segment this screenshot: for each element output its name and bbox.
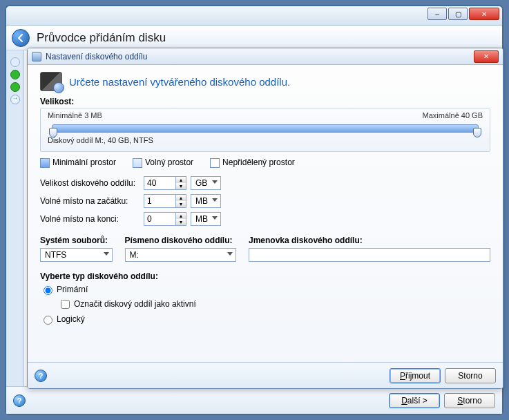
free-after-unit-select[interactable]: MB (191, 212, 221, 226)
cancel-button[interactable]: Storno (444, 393, 495, 408)
step-placeholder-icon (10, 57, 20, 67)
back-button[interactable] (12, 29, 30, 47)
dialog-titlebar: Nastavení diskového oddílu ✕ (28, 48, 503, 65)
chevron-down-icon (227, 252, 233, 256)
spin-up-icon[interactable]: ▲ (176, 213, 186, 219)
radio-logical-label: Logický (57, 314, 85, 324)
dialog-footer: ? Přijmout Storno (28, 362, 503, 388)
step-current-icon (10, 95, 20, 104)
fs-select[interactable]: NTFS (40, 248, 113, 262)
legend-free-space: Volný prostor (133, 158, 193, 168)
outer-title: Průvodce přidáním disku (37, 31, 166, 45)
radio-primary-label: Primární (57, 285, 88, 294)
part-size-spinner[interactable]: ▲▼ (144, 176, 186, 190)
part-size-unit-select[interactable]: GB (191, 176, 221, 190)
spin-up-icon[interactable]: ▲ (176, 177, 186, 183)
help-icon[interactable]: ? (35, 370, 47, 382)
spin-down-icon[interactable]: ▼ (176, 219, 186, 225)
size-slider[interactable] (52, 122, 479, 135)
size-slider-box: Minimálně 3 MB Maximálně 40 GB Diskový o… (40, 108, 490, 152)
minimize-button[interactable]: – (428, 8, 447, 20)
part-size-input[interactable] (144, 176, 175, 190)
radio-logical[interactable] (44, 316, 52, 325)
next-button[interactable]: Další > (389, 393, 440, 408)
checkbox-active-label: Označit diskový oddíl jako aktivní (74, 299, 196, 309)
slider-handle-left[interactable] (49, 128, 57, 137)
chevron-down-icon (212, 216, 218, 220)
slider-caption: Diskový oddíl M:, 40 GB, NTFS (48, 136, 483, 144)
step-done-icon (10, 70, 20, 79)
slider-handle-right[interactable] (473, 128, 481, 137)
free-after-input[interactable] (144, 212, 175, 226)
radio-primary[interactable] (44, 286, 52, 295)
free-before-spinner[interactable]: ▲▼ (144, 194, 186, 208)
free-before-input[interactable] (144, 194, 175, 208)
fs-label: Systém souborů: (40, 236, 113, 245)
free-before-unit-select[interactable]: MB (191, 194, 221, 208)
close-button[interactable]: ✕ (469, 8, 499, 20)
swatch-min-icon (40, 158, 50, 168)
chevron-down-icon (104, 252, 109, 256)
volname-label: Jmenovka diskového oddílu: (249, 236, 490, 245)
checkbox-active[interactable] (61, 300, 70, 309)
window-controls: – ▢ ✕ (428, 8, 499, 20)
chevron-down-icon (212, 180, 218, 184)
legend-min-space: Minimální prostor (40, 158, 116, 168)
outer-titlebar: – ▢ ✕ (6, 6, 502, 26)
type-section-label: Vyberte typ diskového oddílu: (40, 271, 490, 281)
volname-input[interactable] (249, 248, 490, 262)
dialog-title: Nastavení diskového oddílu (46, 52, 147, 61)
free-after-spinner[interactable]: ▲▼ (144, 212, 186, 226)
legend: Minimální prostor Volný prostor Nepřiděl… (40, 158, 490, 168)
wizard-steps-strip (6, 50, 24, 386)
spin-down-icon[interactable]: ▼ (176, 201, 186, 207)
letter-select[interactable]: M: (125, 248, 237, 262)
partition-icon (32, 52, 41, 61)
outer-window: – ▢ ✕ Průvodce přidáním disku ? Další > … (6, 6, 503, 414)
maximize-button[interactable]: ▢ (448, 8, 468, 20)
spin-down-icon[interactable]: ▼ (176, 183, 186, 189)
accept-button[interactable]: Přijmout (390, 368, 441, 383)
slider-max-label: Maximálně 40 GB (423, 111, 483, 120)
letter-label: Písmeno diskového oddílu: (125, 236, 237, 245)
chevron-down-icon (212, 198, 218, 202)
dialog-close-button[interactable]: ✕ (474, 50, 499, 63)
dialog-body: Určete nastavení vytvářeného diskového o… (28, 65, 503, 362)
free-after-label: Volné místo na konci: (40, 214, 144, 224)
help-icon[interactable]: ? (13, 394, 26, 407)
swatch-free-icon (133, 158, 142, 168)
step-done-icon (10, 82, 20, 92)
outer-header: Průvodce přidáním disku (6, 26, 502, 50)
part-size-label: Velikost diskového oddílu: (40, 178, 144, 188)
partition-settings-dialog: Nastavení diskového oddílu ✕ Určete nast… (27, 48, 503, 389)
dialog-cancel-button[interactable]: Storno (445, 368, 496, 383)
spin-up-icon[interactable]: ▲ (176, 195, 186, 201)
slider-min-label: Minimálně 3 MB (48, 111, 102, 120)
swatch-unalloc-icon (210, 158, 220, 168)
wizard-heading-icon (40, 72, 62, 91)
size-section-label: Velikost: (40, 97, 490, 106)
legend-unallocated: Nepřidělený prostor (210, 158, 295, 168)
outer-footer: ? Další > Storno (6, 386, 502, 414)
dialog-heading: Určete nastavení vytvářeného diskového o… (69, 76, 290, 88)
free-before-label: Volné místo na začátku: (40, 196, 144, 206)
